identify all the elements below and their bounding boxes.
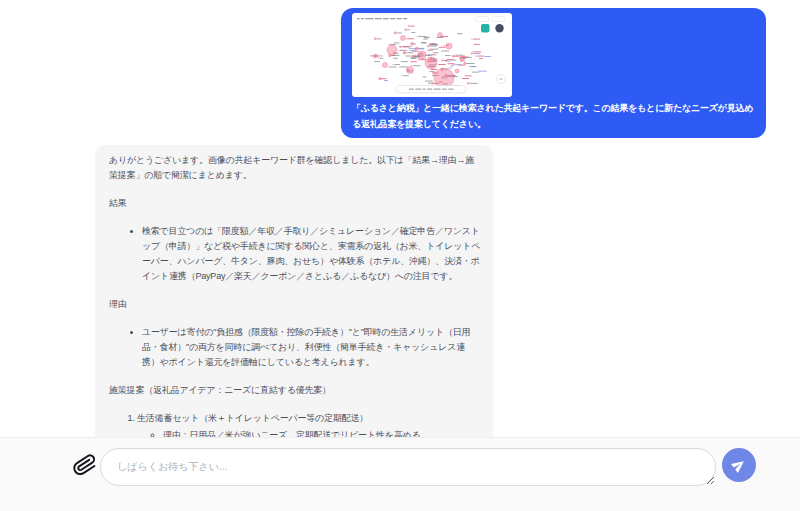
section-heading: 理由 [109, 297, 481, 312]
numbered-item: 生活備蓄セット（米＋トイレットペーパー等の定期配送）理由：日用品／米が強いニーズ… [137, 411, 481, 437]
paper-plane-icon [731, 457, 747, 473]
attach-file-button[interactable] [72, 453, 98, 479]
send-button[interactable] [722, 448, 756, 482]
message-input[interactable] [100, 448, 716, 486]
numbered-item-text: 生活備蓄セット（米＋トイレットペーパー等の定期配送） [137, 411, 481, 426]
attached-keyword-network-image[interactable] [352, 13, 512, 97]
bullet-item: 検索で目立つのは「限度額／年収／手取り／シミュレーション／確定申告／ワンストップ… [142, 224, 481, 284]
bullet-list: 検索で目立つのは「限度額／年収／手取り／シミュレーション／確定申告／ワンストップ… [109, 224, 481, 284]
sub-bullet-item: 理由：日用品／米が強いニーズ。定期配送でリピート性を高める。 [163, 428, 481, 437]
paragraph: ありがとうございます。画像の共起キーワード群を確認しました。以下は「結果→理由→… [109, 153, 481, 183]
bullet-item: ユーザーは寄付の"負担感（限度額・控除の手続き）"と"即時の生活メリット（日用品… [142, 325, 481, 370]
numbered-list: 生活備蓄セット（米＋トイレットペーパー等の定期配送）理由：日用品／米が強いニーズ… [109, 411, 481, 437]
user-message-text: 「ふるさと納税」と一緒に検索された共起キーワードです。この結果をもとに新たなニー… [352, 100, 754, 132]
sub-bullet-list: 理由：日用品／米が強いニーズ。定期配送でリピート性を高める。実装ヒント：段階的な… [137, 428, 481, 437]
assistant-message-content: ありがとうございます。画像の共起キーワード群を確認しました。以下は「結果→理由→… [109, 153, 481, 437]
assistant-message-bubble: ありがとうございます。画像の共起キーワード群を確認しました。以下は「結果→理由→… [95, 145, 493, 437]
paperclip-icon [73, 465, 97, 480]
bullet-list: ユーザーは寄付の"負担感（限度額・控除の手続き）"と"即時の生活メリット（日用品… [109, 325, 481, 370]
user-message-bubble: 「ふるさと納税」と一緒に検索された共起キーワードです。この結果をもとに新たなニー… [341, 8, 766, 138]
paragraph: 施策提案（返礼品アイデア：ニーズに直結する優先案） [109, 383, 481, 398]
section-heading: 結果 [109, 196, 481, 211]
keyword-network-svg [352, 13, 512, 97]
